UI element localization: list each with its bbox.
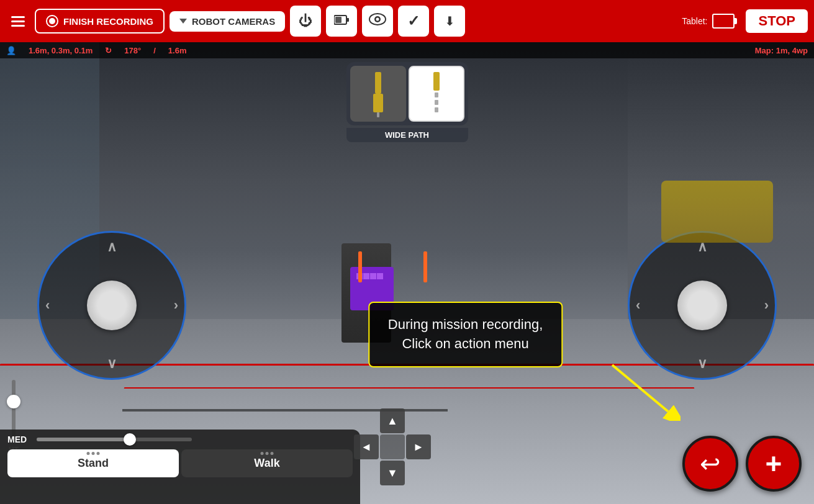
speed-slider[interactable] <box>37 438 192 441</box>
stop-button[interactable]: STOP <box>746 9 808 33</box>
speed-row: MED <box>7 434 353 444</box>
status-bar: 👤 1.6m, 0.3m, 0.1m ↻ 178° / 1.6m <box>0 42 610 58</box>
dpad-down-icon: ▼ <box>387 467 398 480</box>
tablet-battery-icon <box>712 14 735 29</box>
download-button[interactable]: ⬇ <box>434 6 465 37</box>
tooltip-text: During mission recording, Click on actio… <box>388 315 543 354</box>
tablet-label: Tablet: <box>682 16 707 26</box>
yellow-arrow <box>606 359 681 423</box>
left-joystick-right[interactable]: › <box>174 297 178 313</box>
right-joystick[interactable]: ∧ ∨ ‹ › <box>628 231 777 380</box>
dpad-center <box>380 434 405 459</box>
svg-rect-7 <box>373 94 383 112</box>
dpad-up-icon: ▲ <box>387 415 398 428</box>
dpad-right-icon: ► <box>413 441 424 454</box>
walk-label: Walk <box>254 457 279 469</box>
left-joystick-thumb[interactable] <box>87 281 137 330</box>
dpad-left-icon: ◄ <box>361 441 372 454</box>
stand-mode-dots <box>87 452 100 455</box>
bottom-controls: MED Stand Walk <box>0 430 360 504</box>
speed-slider-thumb[interactable] <box>124 433 136 446</box>
right-joystick-down[interactable]: ∨ <box>697 356 707 372</box>
tablet-section: Tablet: <box>682 14 735 29</box>
svg-rect-12 <box>435 107 438 112</box>
svg-rect-11 <box>435 100 438 105</box>
speed-slider-fill <box>37 438 130 441</box>
robot-cameras-label: ROBOT CAMERAS <box>192 16 275 27</box>
eye-button[interactable] <box>362 6 393 37</box>
person-icon: 👤 <box>6 46 16 55</box>
checkmark-button[interactable]: ✓ <box>398 6 429 37</box>
battery-icon <box>334 13 349 29</box>
svg-line-14 <box>612 365 668 412</box>
map-label: Map: 1m, 4wp <box>755 46 808 55</box>
undo-icon: ↩ <box>700 449 721 478</box>
wide-path-inner <box>410 67 463 120</box>
distance2-reading: 1.6m <box>168 46 187 55</box>
finish-recording-button[interactable]: FINISH RECORDING <box>35 9 165 34</box>
svg-rect-8 <box>377 112 379 117</box>
robot-cameras-button[interactable]: ROBOT CAMERAS <box>170 11 285 32</box>
stop-label: STOP <box>758 13 795 29</box>
eye-icon <box>369 13 386 29</box>
dpad-up-button[interactable]: ▲ <box>380 408 405 433</box>
dpad: ▲ ◄ ► ▼ <box>354 408 431 485</box>
walk-modes: Stand Walk <box>7 449 353 477</box>
left-joystick-up[interactable]: ∧ <box>107 239 117 255</box>
finish-recording-label: FINISH RECORDING <box>63 16 153 27</box>
dropdown-arrow-icon <box>179 19 187 24</box>
battery-button[interactable] <box>326 6 357 37</box>
dpad-left-button[interactable]: ◄ <box>354 434 379 459</box>
add-icon: + <box>766 447 782 480</box>
svg-rect-9 <box>433 72 440 91</box>
dpad-grid: ▲ ◄ ► ▼ <box>354 408 431 485</box>
right-joystick-left[interactable]: ‹ <box>636 297 640 313</box>
tooltip-line2: Click on action menu <box>402 336 528 351</box>
stand-mode-button[interactable]: Stand <box>7 449 179 477</box>
walk-mode-dots <box>261 452 274 455</box>
wide-path-option[interactable] <box>409 66 464 122</box>
stand-label: Stand <box>78 457 109 469</box>
svg-rect-6 <box>375 72 381 94</box>
checkmark-icon: ✓ <box>407 12 420 30</box>
dpad-down-button[interactable]: ▼ <box>380 461 405 485</box>
narrow-path-inner <box>350 66 406 122</box>
action-buttons: ↩ + <box>682 436 802 492</box>
map-info-bar: Map: 1m, 4wp <box>610 42 814 58</box>
record-icon-inner <box>49 18 55 24</box>
action-tooltip: During mission recording, Click on actio… <box>368 302 563 367</box>
tooltip-line1: During mission recording, <box>388 317 543 332</box>
path-label: WIDE PATH <box>346 128 468 142</box>
svg-rect-10 <box>435 92 438 97</box>
distance-reading: 1.6m, 0.3m, 0.1m <box>29 46 93 55</box>
distance-icon: / <box>153 46 156 55</box>
undo-button[interactable]: ↩ <box>682 436 738 492</box>
menu-button[interactable] <box>6 11 30 32</box>
left-joystick-down[interactable]: ∨ <box>107 356 117 372</box>
svg-rect-2 <box>335 17 341 23</box>
path-selector: WIDE PATH <box>346 62 468 142</box>
power-icon: ⏻ <box>299 13 312 29</box>
left-joystick-left[interactable]: ‹ <box>45 297 50 313</box>
rotation-icon: ↻ <box>105 46 112 55</box>
svg-rect-1 <box>346 18 349 22</box>
right-joystick-thumb[interactable] <box>677 281 727 330</box>
height-slider-thumb[interactable] <box>7 395 20 408</box>
right-joystick-right[interactable]: › <box>764 297 769 313</box>
path-options-container <box>346 62 468 125</box>
dpad-right-button[interactable]: ► <box>406 434 431 459</box>
left-joystick[interactable]: ∧ ∨ ‹ › <box>37 231 186 380</box>
rotation-reading: 178° <box>124 46 141 55</box>
walk-mode-button[interactable]: Walk <box>181 449 353 477</box>
speed-label: MED <box>7 434 29 444</box>
power-button[interactable]: ⏻ <box>290 6 321 37</box>
record-icon <box>46 15 58 27</box>
add-action-button[interactable]: + <box>746 436 802 492</box>
toolbar: FINISH RECORDING ROBOT CAMERAS ⏻ ✓ ⬇ Tab… <box>0 0 814 42</box>
download-icon: ⬇ <box>445 14 455 29</box>
narrow-path-option[interactable] <box>350 66 406 122</box>
svg-point-5 <box>376 18 379 21</box>
